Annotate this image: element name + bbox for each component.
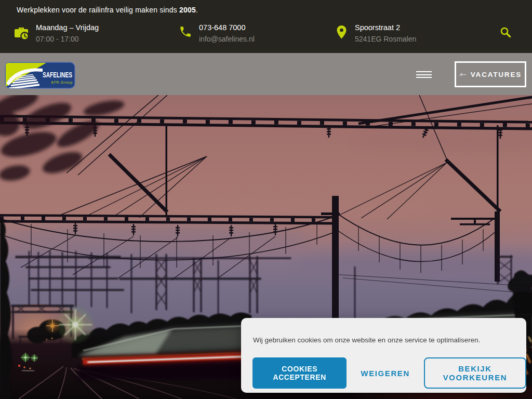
vacatures-label: VACATURES	[471, 71, 522, 78]
view-preferences-button[interactable]: BEKIJK VOORKEUREN	[424, 357, 526, 389]
site-tagline: Werkplekken voor de railinfra veilig mak…	[17, 6, 198, 14]
topbar: Werkplekken voor de railinfra veilig mak…	[0, 0, 532, 53]
contact-title: Spoorstraat 2	[355, 24, 416, 32]
contact-title: 073-648 7000	[199, 24, 255, 32]
tagline-period: .	[196, 6, 198, 14]
cookie-message: Wij gebruiken cookies om onze website en…	[253, 336, 480, 344]
menu-button[interactable]	[416, 71, 432, 78]
vacatures-button[interactable]: VACATURES	[455, 61, 526, 87]
logo-brand-text: SAFELINES	[43, 70, 72, 79]
tagline-text: Werkplekken voor de railinfra veilig mak…	[17, 6, 179, 14]
safelines-logo[interactable]: SAFELINES ATR-Group	[5, 62, 75, 91]
cookie-buttons: COOKIES ACCEPTEREN WEIGEREN BEKIJK VOORK…	[252, 357, 526, 389]
tagline-year: 2005	[179, 6, 196, 14]
contact-subtitle: 5241EG Rosmalen	[355, 35, 416, 43]
deny-cookies-button[interactable]: WEIGEREN	[357, 368, 413, 378]
location-pin-icon	[335, 25, 348, 42]
main-header: SAFELINES ATR-Group VACATURES	[0, 53, 532, 95]
phone-icon	[179, 25, 192, 41]
hamburger-icon	[416, 71, 432, 72]
briefcase-clock-icon	[14, 25, 29, 43]
contact-title: Maandag – Vrijdag	[36, 24, 99, 32]
address-contact: Spoorstraat 2 5241EG Rosmalen	[335, 24, 416, 43]
contact-subtitle[interactable]: info@safelines.nl	[199, 35, 255, 43]
accept-cookies-button[interactable]: COOKIES ACCEPTEREN	[252, 357, 347, 389]
search-button[interactable]	[499, 26, 512, 38]
signature-squiggle-icon	[459, 71, 467, 78]
opening-hours-contact: Maandag – Vrijdag 07:00 - 17:00	[14, 24, 99, 43]
search-icon	[499, 26, 512, 38]
cookie-banner: Wij gebruiken cookies om onze website en…	[241, 318, 526, 393]
logo-subbrand-text: ATR-Group	[51, 81, 73, 85]
contact-subtitle: 07:00 - 17:00	[36, 35, 99, 43]
phone-contact[interactable]: 073-648 7000 info@safelines.nl	[179, 24, 255, 43]
